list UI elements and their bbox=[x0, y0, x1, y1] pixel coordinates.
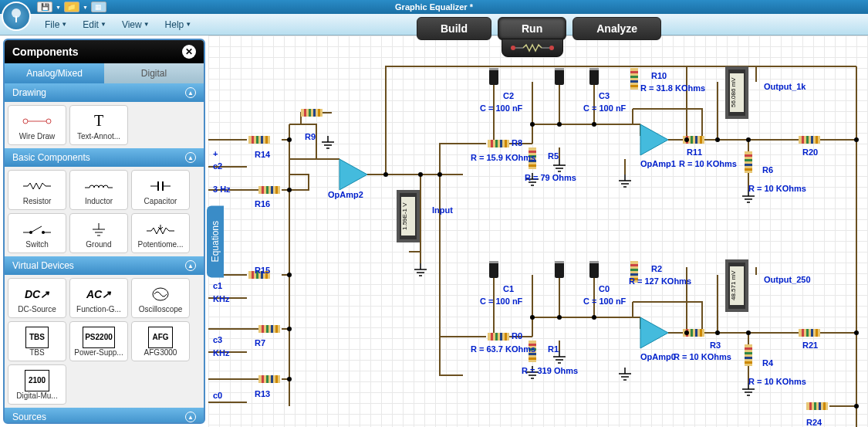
menu-file[interactable]: File▼ bbox=[37, 16, 75, 33]
collapse-icon[interactable]: ▲ bbox=[185, 412, 196, 422]
item-function-generator[interactable]: AC↗Function-G... bbox=[69, 278, 128, 318]
svg-point-6 bbox=[23, 119, 28, 124]
switch-icon bbox=[22, 223, 52, 236]
R16 bbox=[258, 186, 280, 194]
R13 bbox=[258, 375, 280, 383]
component-indicator bbox=[502, 39, 563, 57]
circuit-svg bbox=[208, 36, 868, 427]
tbs-icon: TBS bbox=[25, 327, 49, 348]
tree-icon bbox=[7, 7, 25, 25]
menu-edit[interactable]: Edit▼ bbox=[75, 16, 114, 33]
item-ground[interactable]: Ground bbox=[69, 213, 128, 253]
inductor-icon bbox=[83, 181, 114, 191]
schematic-canvas[interactable]: 1.59E-1 V 56.086 mV 48.571 mV + c2 3 Hz … bbox=[208, 36, 868, 427]
ground-icon bbox=[91, 222, 106, 237]
R20 bbox=[799, 136, 820, 144]
open-icon[interactable]: 📁 bbox=[64, 2, 79, 12]
svg-point-2 bbox=[511, 46, 515, 50]
menu-help[interactable]: Help▼ bbox=[157, 16, 200, 33]
item-potentiometer[interactable]: Potentiome... bbox=[131, 213, 190, 253]
svg-point-76 bbox=[746, 137, 751, 142]
R8 bbox=[488, 140, 509, 147]
item-inductor[interactable]: Inductor bbox=[69, 170, 128, 210]
meter-output-1k[interactable]: 56.086 mV bbox=[725, 66, 748, 119]
collapse-icon[interactable]: ▲ bbox=[185, 87, 196, 98]
section-virtual-devices[interactable]: Virtual Devices ▲ bbox=[5, 256, 204, 275]
svg-point-77 bbox=[530, 315, 535, 320]
item-afg3000[interactable]: AFGAFG3000 bbox=[131, 321, 190, 361]
collapse-icon[interactable]: ▲ bbox=[185, 260, 196, 271]
R14 bbox=[248, 136, 270, 144]
svg-point-65 bbox=[287, 273, 292, 277]
item-power-supply[interactable]: PS2200Power-Supp... bbox=[69, 321, 128, 361]
app-logo[interactable] bbox=[2, 2, 31, 31]
item-wire-draw[interactable]: Wire Draw bbox=[8, 105, 66, 145]
save-icon[interactable]: 💾 bbox=[37, 2, 52, 12]
svg-line-15 bbox=[31, 226, 42, 232]
svg-point-75 bbox=[715, 137, 720, 142]
meter-input[interactable]: 1.59E-1 V bbox=[397, 190, 420, 242]
tab-analog-mixed[interactable]: Analog/Mixed bbox=[5, 63, 104, 83]
OpAmp0 bbox=[640, 317, 668, 348]
svg-point-68 bbox=[383, 172, 388, 177]
svg-point-83 bbox=[854, 137, 859, 142]
item-dc-source[interactable]: DC↗DC-Source bbox=[8, 278, 66, 318]
R5 bbox=[529, 147, 536, 169]
tab-analyze[interactable]: Analyze bbox=[572, 17, 661, 40]
mode-tabs: Build Run Analyze bbox=[417, 17, 661, 40]
ac-icon: AC↗ bbox=[86, 283, 111, 305]
svg-point-85 bbox=[854, 404, 859, 408]
panel-close-button[interactable]: ✕ bbox=[182, 45, 196, 59]
svg-point-69 bbox=[418, 172, 423, 177]
tab-build[interactable]: Build bbox=[417, 17, 491, 40]
capacitor-icon bbox=[149, 178, 172, 194]
components-panel: Components ✕ Analog/Mixed Digital Drawin… bbox=[3, 39, 205, 424]
item-text-annotation[interactable]: T Text-Annot... bbox=[69, 105, 128, 145]
R6 bbox=[745, 151, 752, 173]
equations-tab[interactable]: Equations bbox=[207, 205, 224, 277]
afg-icon: AFG bbox=[148, 327, 172, 348]
R2 bbox=[630, 261, 638, 283]
titlebar: 💾▼ 📁▼ ▦ Graphic Equalizer * bbox=[0, 0, 868, 14]
svg-point-66 bbox=[287, 327, 292, 331]
dc-icon: DC↗ bbox=[25, 283, 49, 305]
menu-view[interactable]: View▼ bbox=[114, 16, 157, 33]
svg-point-70 bbox=[437, 172, 442, 177]
svg-rect-1 bbox=[15, 16, 17, 22]
wire-draw-icon bbox=[22, 117, 52, 126]
svg-point-73 bbox=[592, 122, 596, 127]
section-drawing[interactable]: Drawing ▲ bbox=[5, 83, 204, 102]
collapse-icon[interactable]: ▲ bbox=[185, 152, 196, 163]
svg-point-78 bbox=[557, 315, 562, 320]
section-basic-components[interactable]: Basic Components ▲ bbox=[5, 148, 204, 167]
section-sources[interactable]: Sources ▲ bbox=[5, 408, 204, 422]
resistor-icon bbox=[509, 42, 556, 53]
ps2200-icon: PS2200 bbox=[83, 327, 115, 348]
R9 bbox=[301, 109, 323, 117]
tab-digital[interactable]: Digital bbox=[104, 63, 204, 83]
item-capacitor[interactable]: Capacitor bbox=[131, 170, 190, 210]
grid-icon[interactable]: ▦ bbox=[91, 2, 106, 12]
svg-point-64 bbox=[287, 188, 292, 192]
item-oscilloscope[interactable]: Oscilloscope bbox=[131, 278, 190, 318]
R15 bbox=[248, 271, 270, 279]
R10 bbox=[630, 68, 638, 90]
OpAmp2 bbox=[339, 159, 367, 190]
item-resistor[interactable]: Resistor bbox=[8, 170, 66, 210]
meter-output-250[interactable]: 48.571 mV bbox=[725, 259, 748, 312]
R4 bbox=[745, 344, 752, 366]
R24 bbox=[806, 402, 828, 410]
tab-run[interactable]: Run bbox=[498, 17, 566, 40]
item-digital-multimeter[interactable]: 2100Digital-Mu... bbox=[8, 364, 66, 405]
svg-point-63 bbox=[287, 137, 292, 142]
svg-point-5 bbox=[549, 46, 554, 50]
panel-scroll[interactable]: Drawing ▲ Wire Draw T Text-Annot... Basi… bbox=[5, 83, 204, 422]
R7 bbox=[258, 325, 280, 333]
svg-point-71 bbox=[530, 122, 535, 127]
resistor-icon bbox=[22, 181, 52, 191]
item-tbs[interactable]: TBSTBS bbox=[8, 321, 66, 361]
item-switch[interactable]: Switch bbox=[8, 213, 66, 253]
potentiometer-icon bbox=[145, 223, 176, 236]
R0 bbox=[488, 333, 509, 341]
svg-point-67 bbox=[287, 377, 292, 381]
